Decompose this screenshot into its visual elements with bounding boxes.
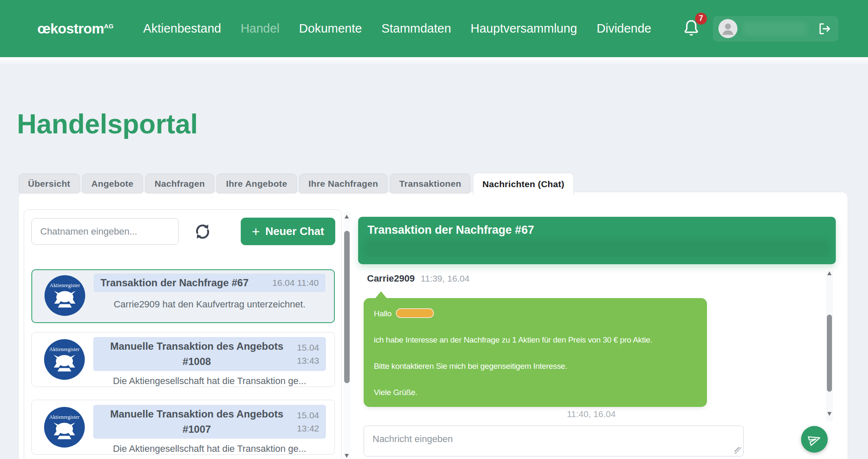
chat-item-title: Manuelle Transaktion des Angebots #1008 (100, 339, 297, 369)
top-navbar: œkostromAG Aktienbestand Handel Dokument… (0, 0, 868, 57)
chat-item-date: 15.04 (297, 343, 319, 352)
bull-bear-icon (49, 289, 81, 312)
tab-ihre-nachfragen[interactable]: Ihre Nachfragen (299, 174, 387, 194)
avatar-label: Aktienregister (44, 346, 85, 353)
redacted-header-blur (364, 240, 830, 257)
chat-item-timestamp: 15.0413:42 (297, 409, 319, 435)
conversation-title: Transaktion der Nachfrage #67 (367, 224, 534, 237)
tab-nachfragen[interactable]: Nachfragen (145, 174, 214, 194)
avatar-label: Aktienregister (44, 414, 85, 420)
chat-item-title-strip: Manuelle Transaktion des Angebots #1007 … (93, 405, 326, 439)
aktienregister-avatar: Aktienregister (45, 275, 85, 316)
next-message-time: 11:40, 16.04 (358, 409, 824, 419)
tab-transaktionen[interactable]: Transaktionen (390, 174, 470, 194)
scroll-up-arrow[interactable] (827, 271, 832, 275)
logo-text: œkostrom (37, 21, 104, 36)
nav-item-dokumente[interactable]: Dokumente (299, 22, 362, 36)
notifications-button[interactable]: 7 (682, 18, 701, 40)
oekostrom-logo[interactable]: œkostromAG (37, 21, 114, 37)
send-icon (807, 432, 822, 447)
tab-ihre-angebote[interactable]: Ihre Angebote (217, 174, 296, 194)
plus-icon: + (252, 225, 260, 238)
chat-list-panel: + Neuer Chat Aktienregister Transaktion … (24, 209, 342, 459)
logout-icon (817, 22, 832, 36)
logo-suffix: AG (104, 22, 114, 30)
message-line: Bitte kontaktieren Sie mich bei gegensei… (374, 361, 697, 372)
tab-angebote[interactable]: Angebote (82, 174, 143, 194)
message-line: Viele Grüße. (374, 387, 697, 398)
refresh-button[interactable] (193, 222, 212, 241)
chat-item-title: Manuelle Transaktion des Angebots #1007 (100, 406, 297, 437)
new-chat-button[interactable]: + Neuer Chat (241, 218, 335, 245)
message-greeting-line: Hallo (374, 308, 697, 319)
bull-bear-icon (48, 420, 81, 444)
nav-item-handel[interactable]: Handel (241, 22, 280, 36)
tab-nachrichten-chat[interactable]: Nachrichten (Chat) (473, 173, 573, 195)
aktienregister-avatar: Aktienregister (44, 339, 85, 380)
new-chat-label: Neuer Chat (265, 225, 324, 238)
chat-item-time: 13:42 (297, 423, 319, 433)
logout-button[interactable] (817, 22, 832, 36)
main-nav: Aktienbestand Handel Dokumente Stammdate… (143, 22, 651, 36)
person-icon (718, 19, 737, 38)
avatar-label: Aktienregister (45, 282, 85, 289)
user-avatar (718, 19, 737, 38)
redacted-name-pill (396, 308, 434, 318)
redacted-username-blur (743, 22, 807, 35)
notification-count-badge: 7 (695, 13, 707, 25)
chat-item-title-strip: Manuelle Transaktion des Angebots #1008 … (93, 337, 326, 371)
navbar-shadow (0, 57, 868, 65)
user-menu[interactable] (713, 16, 838, 41)
chat-item-title-strip: Transaktion der Nachfrage #67 16.04 11:4… (94, 274, 326, 292)
chat-list-item-angebot-1008[interactable]: Aktienregister Manuelle Transaktion des … (31, 332, 335, 387)
scroll-up-arrow[interactable] (345, 215, 349, 218)
aktienregister-avatar: Aktienregister (44, 407, 85, 448)
chat-item-preview: Die Aktiengesellschaft hat die Transakti… (93, 376, 326, 387)
bull-bear-icon (48, 353, 81, 376)
chat-list-scrollbar (343, 212, 351, 459)
chat-item-preview: Die Aktiengesellschaft hat die Transakti… (93, 443, 326, 454)
nav-item-dividende[interactable]: Dividende (597, 22, 651, 36)
chat-item-preview: Carrie2909 hat den Kaufvertrag unterzeic… (94, 299, 326, 310)
sender-name: Carrie2909 (367, 273, 415, 284)
conversation-header: Transaktion der Nachfrage #67 (358, 217, 836, 264)
message-time: 11:39, 16.04 (421, 274, 470, 284)
chat-search-input[interactable] (31, 218, 179, 245)
conversation-scrollbar (826, 269, 833, 421)
message-bubble: Hallo ich habe Interesse an der Nachfrag… (364, 298, 707, 407)
scroll-down-arrow[interactable] (827, 412, 832, 416)
chat-list-item-angebot-1007[interactable]: Aktienregister Manuelle Transaktion des … (31, 400, 335, 455)
greeting-text: Hallo (374, 309, 392, 318)
nav-item-aktienbestand[interactable]: Aktienbestand (143, 22, 221, 36)
chat-item-timestamp: 16.04 11:40 (273, 278, 319, 288)
chat-item-title: Transaktion der Nachfrage #67 (100, 277, 273, 289)
handel-tabs: Übersicht Angebote Nachfragen Ihre Angeb… (19, 171, 576, 194)
chat-item-time: 13:43 (297, 356, 319, 365)
nav-item-stammdaten[interactable]: Stammdaten (381, 22, 451, 36)
message-input[interactable] (364, 426, 744, 456)
scrollbar-thumb[interactable] (827, 315, 832, 392)
navbar-right: 7 (682, 16, 838, 41)
nav-item-hauptversammlung[interactable]: Hauptversammlung (470, 22, 577, 36)
chat-item-date: 15.04 (297, 410, 319, 420)
refresh-icon (193, 222, 212, 241)
scrollbar-thumb[interactable] (344, 231, 350, 383)
message-sender-row: Carrie2909 11:39, 16.04 (367, 273, 470, 284)
scroll-down-arrow[interactable] (345, 454, 349, 458)
send-message-button[interactable] (801, 426, 828, 453)
chat-item-timestamp: 15.0413:43 (297, 341, 319, 368)
page-title: Handelsportal (17, 108, 198, 140)
message-line: ich habe Interesse an der Nachfrage zu 1… (374, 335, 697, 346)
tab-uebersicht[interactable]: Übersicht (19, 174, 80, 194)
handelsportal-app: œkostromAG Aktienbestand Handel Dokument… (0, 0, 868, 459)
chat-list-item-nachfrage-67[interactable]: Aktienregister Transaktion der Nachfrage… (31, 269, 335, 323)
